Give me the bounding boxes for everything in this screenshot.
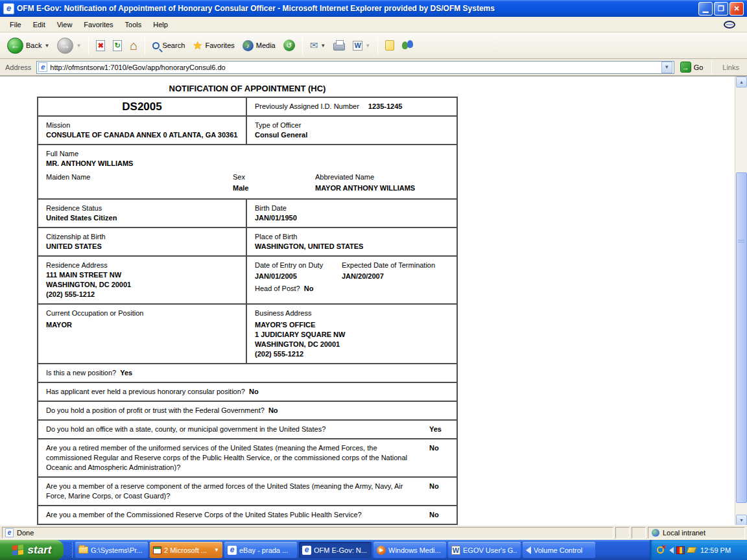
vertical-scrollbar[interactable]: ▲ ▼ bbox=[735, 76, 747, 525]
menu-view[interactable]: View bbox=[51, 19, 78, 30]
favorites-star-icon: ★ bbox=[193, 39, 202, 52]
ie-icon: e bbox=[302, 546, 311, 555]
birth-date-value: JAN/01/1950 bbox=[255, 213, 449, 223]
messenger-button[interactable] bbox=[399, 38, 417, 52]
forward-button[interactable]: → ▼ bbox=[54, 36, 84, 56]
scroll-up-icon[interactable]: ▲ bbox=[736, 76, 747, 88]
links-label[interactable]: Links bbox=[717, 64, 744, 71]
search-button[interactable]: Search bbox=[149, 40, 188, 51]
word-icon: W bbox=[451, 546, 460, 555]
prev-id-label: Previously Assigned I.D. Number bbox=[255, 102, 359, 111]
forward-dropdown-icon: ▼ bbox=[76, 43, 81, 49]
menu-tools[interactable]: Tools bbox=[119, 19, 148, 30]
address-bar: Address e http://ofmsntsorw1:7010/eGov/a… bbox=[0, 59, 747, 76]
task-explorer-folder[interactable]: G:\Systems\Pr... bbox=[75, 542, 148, 558]
task-ebay[interactable]: e eBay - prada ... bbox=[224, 542, 297, 558]
task-label: eBay - prada ... bbox=[239, 546, 294, 554]
security-zone-text: Local intranet bbox=[663, 529, 706, 537]
start-button[interactable]: start bbox=[0, 540, 64, 560]
task-egov-users-guide[interactable]: W EGOV User's G... bbox=[448, 542, 521, 558]
go-arrow-icon: → bbox=[680, 62, 691, 73]
folder-icon bbox=[78, 546, 88, 554]
entry-on-duty-label: Date of Entry on Duty bbox=[255, 261, 342, 270]
edit-with-word-button[interactable]: W ▼ bbox=[350, 39, 374, 52]
refresh-button[interactable]: ↻ bbox=[110, 38, 125, 53]
stop-button[interactable]: ✖ bbox=[93, 38, 108, 53]
termination-label: Expected Date of Termination bbox=[342, 261, 449, 270]
address-input[interactable]: e http://ofmsntsorw1:7010/eGov/app/honor… bbox=[36, 61, 674, 74]
toolbar-separator bbox=[88, 36, 89, 55]
go-button[interactable]: → Go bbox=[677, 61, 707, 73]
menu-edit[interactable]: Edit bbox=[27, 19, 51, 30]
mail-dropdown-icon[interactable]: ▼ bbox=[320, 43, 326, 49]
task-label: Windows Medi... bbox=[388, 546, 443, 554]
ie-icon: e bbox=[228, 546, 237, 555]
print-button[interactable] bbox=[330, 38, 348, 52]
back-dropdown-icon[interactable]: ▼ bbox=[44, 43, 49, 49]
mail-button[interactable]: ✉ ▼ bbox=[307, 38, 329, 53]
taskbar-tasks: G:\Systems\Pr... 2 Microsoft ... ▼ e eBa… bbox=[74, 540, 650, 560]
network-activity-icon[interactable] bbox=[676, 546, 685, 554]
favorites-button[interactable]: ★ Favorites bbox=[189, 37, 238, 54]
status-pane bbox=[615, 527, 630, 539]
question-answer: No bbox=[429, 482, 449, 501]
ie-app-icon[interactable]: e bbox=[3, 3, 14, 14]
minimize-button[interactable]: ▁ bbox=[698, 2, 713, 16]
residence-address-line: (202) 555-1212 bbox=[46, 290, 238, 299]
browser-window: e OFM E-Gov: Notification of Appointment… bbox=[0, 0, 747, 560]
back-button[interactable]: ← Back ▼ bbox=[4, 36, 53, 56]
toolbar-separator bbox=[377, 36, 378, 55]
intranet-globe-icon bbox=[652, 529, 659, 537]
tray-volume-icon[interactable] bbox=[669, 547, 674, 554]
word-icon: W bbox=[353, 41, 362, 51]
messenger-icon bbox=[402, 40, 414, 51]
restore-button[interactable]: ❐ bbox=[714, 2, 728, 16]
status-page-icon: e bbox=[5, 528, 14, 537]
home-button[interactable]: ⌂ bbox=[126, 38, 141, 53]
task-label: 2 Microsoft ... bbox=[164, 546, 211, 554]
menu-favorites[interactable]: Favorites bbox=[78, 19, 119, 30]
residence-address-label: Residence Address bbox=[46, 261, 238, 270]
task-label: Volume Control bbox=[534, 546, 592, 554]
standard-toolbar: ← Back ▼ → ▼ ✖ ↻ ⌂ Search ★ Favorites ♪ … bbox=[0, 32, 747, 59]
scroll-down-icon[interactable]: ▼ bbox=[736, 515, 747, 525]
browser-viewport: NOTIFICATION OF APPOINTMENT (HC) DS2005 … bbox=[0, 76, 747, 525]
media-button[interactable]: ♪ Media bbox=[239, 38, 279, 53]
question-row: Has applicant ever held a previous honor… bbox=[38, 383, 456, 402]
discuss-button[interactable] bbox=[382, 38, 397, 52]
task-group-microsoft[interactable]: 2 Microsoft ... ▼ bbox=[150, 542, 222, 558]
question-text: Do you hold a position of profit or trus… bbox=[46, 406, 265, 414]
menu-help[interactable]: Help bbox=[147, 19, 174, 30]
officer-type-label: Type of Officer bbox=[255, 121, 449, 130]
task-group-dropdown-icon[interactable]: ▼ bbox=[214, 547, 219, 553]
task-label: G:\Systems\Pr... bbox=[91, 546, 145, 554]
menu-file[interactable]: File bbox=[4, 19, 27, 30]
business-address-line: MAYOR'S OFFICE bbox=[255, 320, 449, 330]
business-address-label: Business Address bbox=[255, 309, 449, 318]
network-key-disconnected-icon[interactable] bbox=[657, 546, 667, 555]
question-row: Is this a new position?Yes bbox=[38, 364, 456, 383]
toolbar-separator bbox=[145, 36, 145, 55]
scrollbar-thumb[interactable] bbox=[736, 172, 747, 503]
close-button[interactable]: ✕ bbox=[729, 2, 744, 16]
task-volume-control[interactable]: Volume Control bbox=[523, 542, 595, 558]
prev-id-value: 1235-1245 bbox=[368, 102, 403, 111]
address-dropdown-icon[interactable]: ▼ bbox=[661, 62, 672, 73]
question-text: Is this a new position? bbox=[46, 369, 116, 377]
task-ofm-egov[interactable]: e OFM E-Gov: N... bbox=[299, 542, 372, 558]
history-button[interactable]: ↺ bbox=[280, 38, 298, 53]
table-row: Current Occupation or Position MAYOR Bus… bbox=[38, 305, 456, 364]
table-row: Mission CONSULATE OF CANADA ANNEX 0 ATLA… bbox=[38, 117, 456, 145]
tray-utility-icon[interactable] bbox=[686, 547, 696, 553]
address-url: http://ofmsntsorw1:7010/eGov/app/honorar… bbox=[50, 64, 661, 71]
system-tray: 12:59 PM bbox=[650, 540, 747, 560]
security-zone-pane: Local intranet bbox=[648, 527, 745, 539]
title-bar: e OFM E-Gov: Notification of Appointment… bbox=[0, 0, 747, 17]
citizenship-value: UNITED STATES bbox=[46, 242, 238, 251]
taskbar-grip[interactable] bbox=[65, 542, 73, 557]
business-address-line: 1 JUDICIARY SQUARE NW bbox=[255, 330, 449, 340]
birth-date-label: Birth Date bbox=[255, 204, 449, 213]
task-windows-media[interactable]: ▶ Windows Medi... bbox=[374, 542, 446, 558]
table-row: Residence Status United States Citizen B… bbox=[38, 200, 456, 228]
history-icon: ↺ bbox=[283, 40, 295, 51]
